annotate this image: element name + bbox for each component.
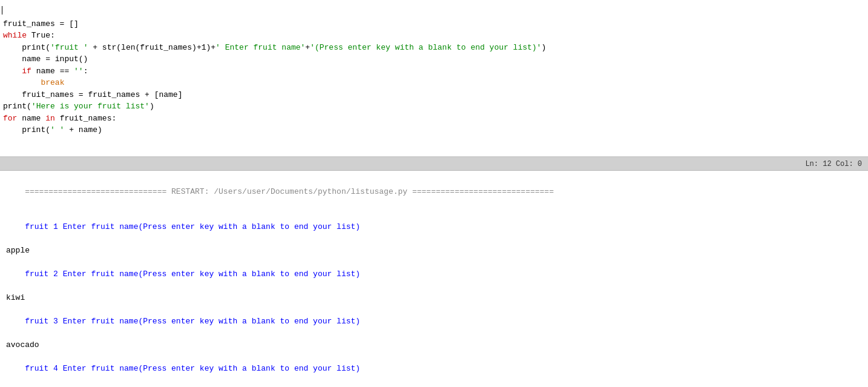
shell-response-1: apple xyxy=(6,245,862,257)
code-line-4: name = input() xyxy=(3,55,88,64)
code-line-2: while True: xyxy=(3,31,55,40)
shell-pane[interactable]: ============================== RESTART: … xyxy=(0,171,868,387)
restart-line: ============================== RESTART: … xyxy=(6,174,862,210)
text-cursor xyxy=(2,6,2,15)
shell-interaction-3: fruit 3 Enter fruit name(Press enter key… xyxy=(6,304,862,340)
shell-interaction-4: fruit 4 Enter fruit name(Press enter key… xyxy=(6,351,862,387)
editor-pane[interactable]: fruit_names = [] while True: print('frui… xyxy=(0,0,868,157)
code-line-8: print('Here is your fruit list') xyxy=(3,102,154,111)
code-line-10: print(' ' + name) xyxy=(3,125,102,134)
code-line-3: print('fruit ' + str(len(fruit_names)+1)… xyxy=(3,43,546,52)
code-line-5: if name == '': xyxy=(3,67,88,76)
shell-response-3: avocado xyxy=(6,339,862,351)
code-line-9: for name in fruit_names: xyxy=(3,114,116,123)
shell-interaction-1: fruit 1 Enter fruit name(Press enter key… xyxy=(6,210,862,245)
status-bar: Ln: 12 Col: 0 xyxy=(0,157,868,171)
shell-response-2: kiwi xyxy=(6,292,862,304)
shell-interaction-2: fruit 2 Enter fruit name(Press enter key… xyxy=(6,257,862,293)
code-line-1: fruit_names = [] xyxy=(3,19,79,28)
code-line-6: break xyxy=(3,78,64,87)
ln-col-indicator: Ln: 12 Col: 0 xyxy=(805,160,862,168)
code-editor[interactable]: fruit_names = [] while True: print('frui… xyxy=(3,6,862,157)
code-line-7: fruit_names = fruit_names + [name] xyxy=(3,90,182,99)
